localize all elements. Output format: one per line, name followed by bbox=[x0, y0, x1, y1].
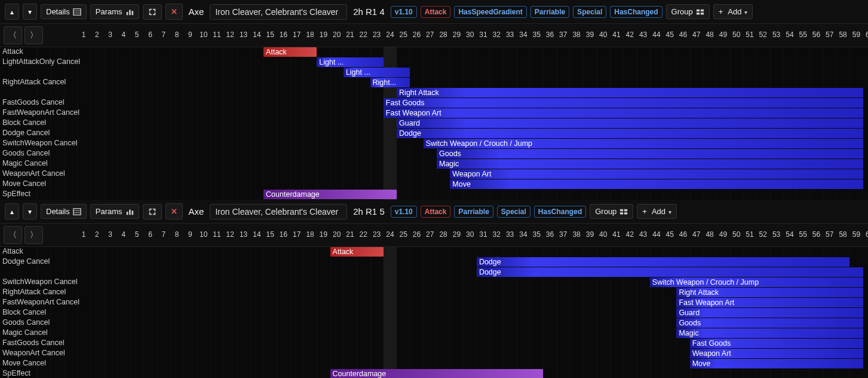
timeline-bar[interactable]: Light ... bbox=[343, 68, 410, 77]
weapon-select[interactable]: Iron Cleaver, Celebrant's Cleaver bbox=[210, 4, 347, 20]
ruler-tick: 52 bbox=[759, 230, 767, 239]
version-tag[interactable]: v1.10 bbox=[391, 6, 417, 18]
tag-haschanged[interactable]: HasChanged bbox=[534, 206, 586, 218]
timeline-bar[interactable]: Dodge bbox=[477, 257, 849, 267]
timeline-bar[interactable]: Dodge bbox=[477, 267, 863, 277]
next-button[interactable]: 〉 bbox=[24, 226, 43, 244]
ruler-tick: 6 bbox=[148, 230, 152, 239]
details-button[interactable]: Details bbox=[41, 4, 87, 19]
ruler-tick: 37 bbox=[559, 31, 567, 39]
timeline-bar[interactable]: Dodge bbox=[397, 129, 863, 138]
timeline-bar[interactable]: Guard bbox=[676, 308, 863, 318]
timeline-bar[interactable]: Counterdamage bbox=[263, 190, 397, 199]
timeline-bar[interactable]: Guard bbox=[397, 118, 863, 128]
ruler-tick: 38 bbox=[572, 31, 580, 39]
tag-parriable[interactable]: Parriable bbox=[530, 6, 569, 18]
ruler-tick: 60 bbox=[866, 230, 868, 239]
tag-haschanged[interactable]: HasChanged bbox=[610, 6, 662, 18]
timeline-bar[interactable]: Goods bbox=[676, 318, 863, 328]
row-label: WeaponArt Cancel bbox=[2, 169, 65, 178]
timeline-bar[interactable]: Move bbox=[690, 359, 863, 368]
timeline-bar[interactable]: Move bbox=[450, 179, 863, 189]
expand-down-button[interactable] bbox=[23, 4, 37, 20]
collapse-up-button[interactable] bbox=[5, 4, 19, 20]
ruler-tick: 11 bbox=[213, 31, 220, 39]
timeline-row: Block Cancel Guard bbox=[0, 118, 868, 129]
timeline-bar[interactable]: Fast Weapon Art bbox=[676, 298, 863, 307]
ruler-tick: 23 bbox=[373, 230, 381, 239]
params-button[interactable]: Params bbox=[90, 4, 139, 19]
ruler-tick: 16 bbox=[280, 230, 287, 239]
timeline-bar[interactable]: Magic bbox=[676, 328, 863, 338]
timeline-bar[interactable]: Switch Weapon / Crouch / Jump bbox=[650, 278, 863, 287]
timeline-bar[interactable]: Counterdamage bbox=[330, 369, 544, 378]
tag-special[interactable]: Special bbox=[497, 206, 530, 218]
timeline-bar[interactable]: Fast Goods bbox=[690, 339, 863, 348]
timeline-bar[interactable]: Right Attack bbox=[676, 288, 863, 297]
ruler-tick: 53 bbox=[772, 31, 780, 39]
close-button[interactable]: ✕ bbox=[165, 4, 183, 20]
tag-special[interactable]: Special bbox=[573, 6, 606, 18]
group-button[interactable]: Group bbox=[666, 4, 710, 19]
details-button[interactable]: Details bbox=[41, 204, 87, 219]
version-tag[interactable]: v1.10 bbox=[391, 206, 417, 218]
timeline[interactable]: Attack Attack LightAttackOnly Cancel Lig… bbox=[0, 47, 868, 200]
next-button[interactable]: 〉 bbox=[24, 26, 43, 44]
ruler-tick: 17 bbox=[293, 230, 300, 239]
timeline[interactable]: Attack Attack Dodge Cancel Dodge Dodge S… bbox=[0, 247, 868, 378]
ruler-tick: 22 bbox=[360, 31, 367, 39]
collapse-up-button[interactable] bbox=[5, 203, 19, 220]
row-label: RightAttack Cancel bbox=[2, 288, 66, 296]
tag-attack[interactable]: Attack bbox=[421, 6, 451, 18]
frame-ruler[interactable]: 1234567891011121314151617181920212223242… bbox=[47, 229, 868, 241]
expand-down-button[interactable] bbox=[23, 203, 37, 220]
row-label: SwitchWeapon Cancel bbox=[2, 139, 78, 147]
ruler-tick: 30 bbox=[466, 230, 474, 239]
add-button[interactable]: Add bbox=[713, 4, 753, 19]
collapse-button[interactable] bbox=[143, 4, 162, 20]
ruler-tick: 20 bbox=[333, 230, 341, 239]
row-label: FastWeaponArt Cancel bbox=[2, 108, 79, 117]
timeline-bar[interactable]: Fast Weapon Art bbox=[384, 108, 863, 118]
timeline-bar[interactable]: Light ... bbox=[317, 57, 384, 67]
frame-ruler[interactable]: 1234567891011121314151617181920212223242… bbox=[47, 29, 868, 41]
weapon-select[interactable]: Iron Cleaver, Celebrant's Cleaver bbox=[210, 204, 347, 220]
timeline-row: Magic Cancel Magic bbox=[0, 159, 868, 169]
timeline-bar[interactable]: Attack bbox=[263, 47, 317, 57]
row-label: Dodge Cancel bbox=[2, 129, 50, 137]
row-label: Magic Cancel bbox=[2, 328, 48, 337]
add-button[interactable]: Add bbox=[637, 204, 677, 219]
ruler-tick: 58 bbox=[839, 230, 846, 239]
ruler-tick: 1 bbox=[82, 230, 86, 239]
timeline-bar[interactable]: Right... bbox=[370, 78, 410, 87]
timeline-bar[interactable]: Weapon Art bbox=[690, 349, 863, 358]
ruler-tick: 43 bbox=[639, 31, 647, 39]
timeline-bar[interactable]: Switch Weapon / Crouch / Jump bbox=[424, 139, 863, 148]
timeline-row: Right Attack bbox=[0, 88, 868, 98]
ruler-tick: 8 bbox=[175, 31, 179, 39]
params-button[interactable]: Params bbox=[90, 204, 139, 219]
tag-attack[interactable]: Attack bbox=[421, 206, 451, 218]
tag-hasspeedgradient[interactable]: HasSpeedGradient bbox=[454, 6, 526, 18]
prev-button[interactable]: 〈 bbox=[4, 26, 22, 44]
close-button[interactable]: ✕ bbox=[165, 203, 183, 220]
ruler-row: 〈 〉 123456789101112131415161718192021222… bbox=[0, 224, 868, 247]
timeline-row: SpEffect Counterdamage bbox=[0, 190, 868, 200]
ruler-tick: 4 bbox=[122, 31, 126, 39]
row-label: Goods Cancel bbox=[2, 149, 50, 157]
tag-parriable[interactable]: Parriable bbox=[454, 206, 493, 218]
collapse-button[interactable] bbox=[143, 204, 162, 220]
prev-button[interactable]: 〈 bbox=[4, 226, 22, 244]
timeline-bar[interactable]: Goods bbox=[437, 149, 863, 158]
ruler-tick: 25 bbox=[400, 230, 407, 239]
ruler-tick: 53 bbox=[772, 230, 780, 239]
group-button[interactable]: Group bbox=[590, 204, 633, 219]
ruler-tick: 33 bbox=[506, 230, 514, 239]
timeline-bar[interactable]: Weapon Art bbox=[450, 169, 863, 179]
timeline-bar[interactable]: Attack bbox=[330, 247, 384, 257]
ruler-row: 〈 〉 123456789101112131415161718192021222… bbox=[0, 24, 868, 47]
timeline-bar[interactable]: Right Attack bbox=[397, 88, 863, 97]
ruler-tick: 51 bbox=[746, 31, 753, 39]
timeline-bar[interactable]: Fast Goods bbox=[384, 98, 863, 108]
timeline-bar[interactable]: Magic bbox=[437, 159, 863, 169]
